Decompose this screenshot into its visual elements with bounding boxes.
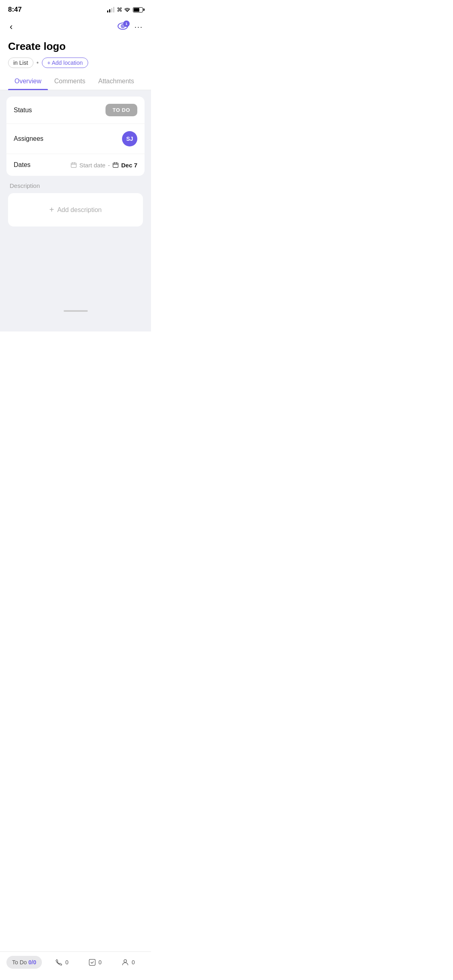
location-row: in List • + Add location: [8, 58, 143, 68]
add-description-text: Add description: [57, 206, 101, 214]
status-row[interactable]: Status TO DO: [6, 97, 145, 124]
svg-rect-3: [71, 163, 77, 167]
status-label: Status: [14, 107, 32, 114]
start-date-calendar-icon: [70, 162, 77, 168]
tab-overview[interactable]: Overview: [8, 73, 48, 90]
status-bar: 8:47 ⌘: [0, 0, 151, 17]
start-date-text[interactable]: Start date: [79, 162, 105, 169]
detail-card: Status TO DO Assignees SJ Dates Start da…: [6, 97, 145, 176]
content-area: Status TO DO Assignees SJ Dates Start da…: [0, 90, 151, 331]
watchers-button[interactable]: 1: [118, 22, 128, 32]
watcher-badge: 1: [123, 21, 130, 27]
battery-icon: [133, 7, 143, 12]
description-label: Description: [8, 182, 143, 189]
scroll-bar: [64, 310, 88, 312]
assignee-avatar[interactable]: SJ: [122, 131, 137, 146]
assignees-label: Assignees: [14, 135, 43, 142]
page-title-section: Create logo in List • + Add location: [0, 39, 151, 73]
date-separator: -: [108, 162, 110, 169]
dot-separator: •: [37, 59, 39, 66]
description-section: Description + Add description: [6, 182, 145, 226]
end-date-text[interactable]: Dec 7: [121, 162, 137, 169]
assignees-row[interactable]: Assignees SJ: [6, 124, 145, 154]
add-description-button[interactable]: + Add description: [8, 193, 143, 226]
tab-comments[interactable]: Comments: [48, 73, 92, 90]
status-icons: ⌘: [107, 6, 143, 13]
back-button[interactable]: ‹: [8, 20, 14, 34]
dates-value: Start date - Dec 7: [70, 162, 137, 169]
nav-header: ‹ 1 ···: [0, 17, 151, 39]
more-options-button[interactable]: ···: [134, 23, 143, 31]
add-location-button[interactable]: + Add location: [42, 58, 88, 68]
status-badge[interactable]: TO DO: [105, 104, 137, 116]
scroll-indicator: [6, 307, 145, 315]
in-list-badge[interactable]: in List: [8, 58, 33, 68]
svg-point-2: [122, 25, 124, 27]
wifi-icon: ⌘: [117, 6, 130, 13]
end-date-calendar-icon: [112, 162, 119, 168]
tab-attachments[interactable]: Attachments: [92, 73, 141, 90]
svg-rect-4: [113, 163, 118, 167]
dates-row[interactable]: Dates Start date - Dec 7: [6, 154, 145, 176]
task-title: Create logo: [8, 40, 143, 53]
signal-icon: [107, 7, 114, 12]
tabs-bar: Overview Comments Attachments: [0, 73, 151, 90]
plus-icon: +: [50, 205, 54, 214]
dates-label: Dates: [14, 161, 31, 169]
status-time: 8:47: [8, 6, 22, 14]
nav-right-actions: 1 ···: [118, 22, 143, 32]
